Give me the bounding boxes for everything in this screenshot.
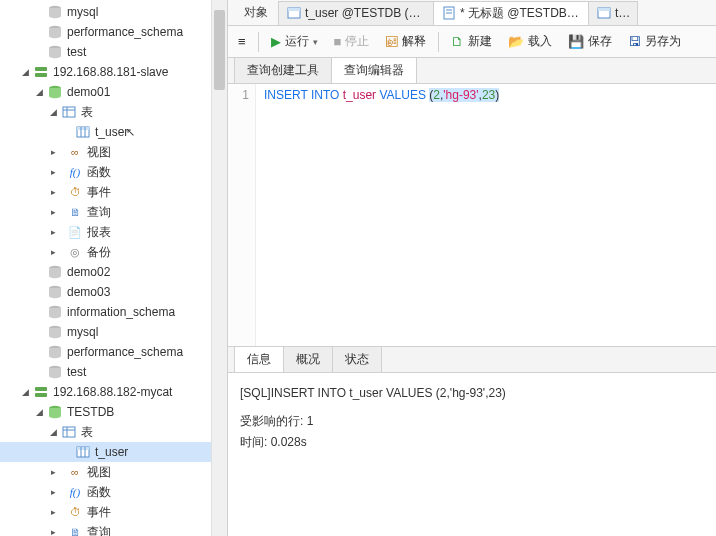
svg-rect-19 <box>35 387 47 391</box>
expand-icon[interactable]: ◢ <box>20 387 31 398</box>
backup-icon: ◎ <box>67 244 83 260</box>
expand-icon[interactable]: ▸ <box>48 487 59 498</box>
tab-editor[interactable]: 查询编辑器 <box>331 57 417 83</box>
svg-rect-20 <box>35 393 47 397</box>
expand-icon[interactable]: ◢ <box>34 407 45 418</box>
conn-mycat[interactable]: ◢192.168.88.182-mycat <box>0 382 227 402</box>
new-button[interactable]: 🗋新建 <box>447 31 496 52</box>
database-icon <box>47 304 63 320</box>
connection-tree[interactable]: ▸mysql ▸performance_schema ▸test ◢192.16… <box>0 0 227 536</box>
folder-tables[interactable]: ◢表 <box>0 102 227 122</box>
view-icon: ∞ <box>67 144 83 160</box>
query-subtabs: 查询创建工具 查询编辑器 <box>228 58 716 84</box>
query-icon: 🗎 <box>67 204 83 220</box>
hamburger-icon: ≡ <box>238 34 246 49</box>
database-open-icon <box>47 84 63 100</box>
expand-icon[interactable]: ▸ <box>48 167 59 178</box>
result-sql: [SQL]INSERT INTO t_user VALUES (2,'hg-93… <box>240 383 704 403</box>
server-icon <box>33 64 49 80</box>
folder-reports[interactable]: ▸📄报表 <box>0 222 227 242</box>
folder-tables-2[interactable]: ◢表 <box>0 422 227 442</box>
database-icon <box>47 284 63 300</box>
view-icon: ∞ <box>67 464 83 480</box>
db-infoschema[interactable]: ▸information_schema <box>0 302 227 322</box>
database-icon <box>47 4 63 20</box>
expand-icon[interactable]: ▸ <box>48 507 59 518</box>
expand-icon[interactable]: ▸ <box>48 187 59 198</box>
tab-t_u[interactable]: t_u <box>588 1 638 25</box>
svg-rect-26 <box>77 447 89 450</box>
conn-slave[interactable]: ◢192.168.88.181-slave <box>0 62 227 82</box>
expand-icon[interactable]: ▸ <box>48 207 59 218</box>
stop-icon: ■ <box>334 34 342 49</box>
run-button[interactable]: ▶运行▾ <box>267 31 322 52</box>
svg-rect-22 <box>63 427 75 437</box>
load-button[interactable]: 📂载入 <box>504 31 556 52</box>
event-icon: ⏱ <box>67 504 83 520</box>
db-demo01[interactable]: ◢demo01 <box>0 82 227 102</box>
db-mysql-2[interactable]: ▸mysql <box>0 322 227 342</box>
folder-backup[interactable]: ▸◎备份 <box>0 242 227 262</box>
tab-profile[interactable]: 概况 <box>283 346 333 372</box>
folder-events[interactable]: ▸⏱事件 <box>0 182 227 202</box>
table-icon <box>75 124 91 140</box>
db-mysql[interactable]: ▸mysql <box>0 2 227 22</box>
table-t_user[interactable]: ▸t_user↖ <box>0 122 227 142</box>
objects-tab[interactable]: 对象 <box>234 4 278 21</box>
tab-untitled[interactable]: * 无标题 @TESTDB (192.1… <box>433 1 589 25</box>
svg-rect-10 <box>77 127 89 130</box>
folder-functions-2[interactable]: ▸f()函数 <box>0 482 227 502</box>
expand-icon[interactable]: ▸ <box>48 227 59 238</box>
db-demo03[interactable]: ▸demo03 <box>0 282 227 302</box>
function-icon: f() <box>67 164 83 180</box>
result-body: [SQL]INSERT INTO t_user VALUES (2,'hg-93… <box>228 373 716 536</box>
save-button[interactable]: 💾保存 <box>564 31 616 52</box>
menu-button[interactable]: ≡ <box>234 32 250 51</box>
expand-icon[interactable]: ◢ <box>48 107 59 118</box>
expand-icon[interactable]: ◢ <box>48 427 59 438</box>
cursor-icon: ↖ <box>122 124 138 140</box>
svg-rect-4 <box>35 73 47 77</box>
expand-icon[interactable]: ▸ <box>48 147 59 158</box>
explain-button[interactable]: 🗟解释 <box>381 31 430 52</box>
folder-functions[interactable]: ▸f()函数 <box>0 162 227 182</box>
folder-views[interactable]: ▸∞视图 <box>0 142 227 162</box>
expand-icon[interactable]: ◢ <box>20 67 31 78</box>
dropdown-icon[interactable]: ▾ <box>313 37 318 47</box>
folder-queries-2[interactable]: ▸🗎查询 <box>0 522 227 536</box>
folder-views-2[interactable]: ▸∞视图 <box>0 462 227 482</box>
sql-editor[interactable]: 1 INSERT INTO t_user VALUES (2,'hg-93',2… <box>228 84 716 346</box>
folder-events-2[interactable]: ▸⏱事件 <box>0 502 227 522</box>
tab-t_user[interactable]: t_user @TESTDB (192.168… <box>278 1 434 25</box>
db-test-2[interactable]: ▸test <box>0 362 227 382</box>
table-t_user-2[interactable]: ▸t_user <box>0 442 227 462</box>
expand-icon[interactable]: ▸ <box>48 247 59 258</box>
db-demo02[interactable]: ▸demo02 <box>0 262 227 282</box>
query-icon: 🗎 <box>67 524 83 536</box>
explain-icon: 🗟 <box>385 34 398 49</box>
tab-state[interactable]: 状态 <box>332 346 382 372</box>
editor-code[interactable]: INSERT INTO t_user VALUES (2,'hg-93',23) <box>256 84 507 346</box>
database-open-icon <box>47 404 63 420</box>
db-perfschema-2[interactable]: ▸performance_schema <box>0 342 227 362</box>
table-group-icon <box>61 104 77 120</box>
sidebar-scrollbar[interactable] <box>211 0 227 536</box>
table-icon <box>287 6 301 20</box>
expand-icon[interactable]: ▸ <box>48 467 59 478</box>
sidebar: ▸mysql ▸performance_schema ▸test ◢192.16… <box>0 0 228 536</box>
load-icon: 📂 <box>508 34 524 49</box>
db-testdb[interactable]: ◢TESTDB <box>0 402 227 422</box>
db-test[interactable]: ▸test <box>0 42 227 62</box>
table-group-icon <box>61 424 77 440</box>
db-perfschema[interactable]: ▸performance_schema <box>0 22 227 42</box>
tab-info[interactable]: 信息 <box>234 346 284 372</box>
saveas-button[interactable]: 🖫另存为 <box>624 31 685 52</box>
svg-rect-35 <box>598 8 610 11</box>
folder-queries[interactable]: ▸🗎查询 <box>0 202 227 222</box>
editor-tabbar: 对象 t_user @TESTDB (192.168… * 无标题 @TESTD… <box>228 0 716 26</box>
tab-builder[interactable]: 查询创建工具 <box>234 57 332 83</box>
expand-icon[interactable]: ▸ <box>48 527 59 537</box>
server-icon <box>33 384 49 400</box>
expand-icon[interactable]: ◢ <box>34 87 45 98</box>
query-icon <box>442 6 456 20</box>
